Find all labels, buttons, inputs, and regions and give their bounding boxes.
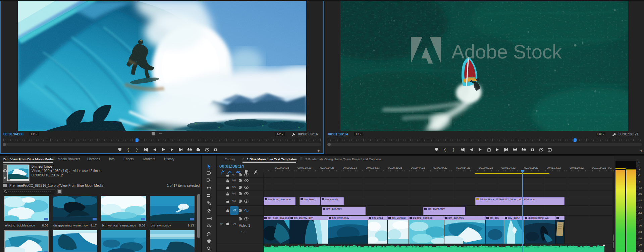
svg-text:{: { xyxy=(444,148,446,152)
svg-text:{: { xyxy=(127,148,129,152)
svg-text:}: } xyxy=(452,148,455,152)
svg-text:Adobe Stock: Adobe Stock xyxy=(451,41,562,62)
svg-text:}: } xyxy=(136,148,138,152)
